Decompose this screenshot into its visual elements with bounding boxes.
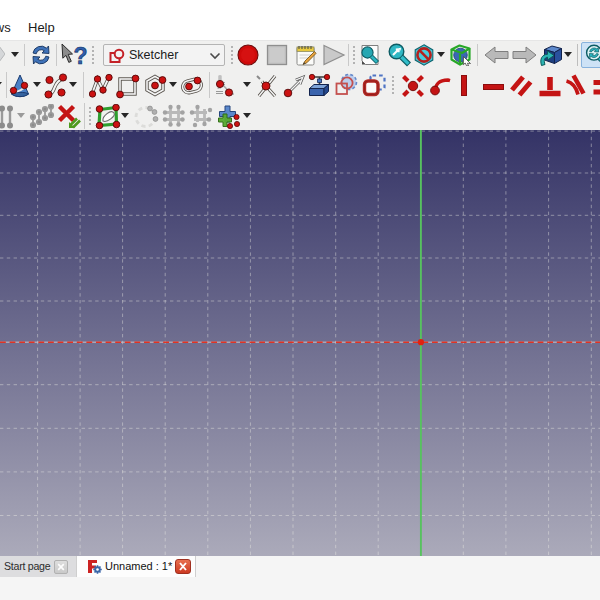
svg-text:?: ?	[74, 43, 88, 69]
